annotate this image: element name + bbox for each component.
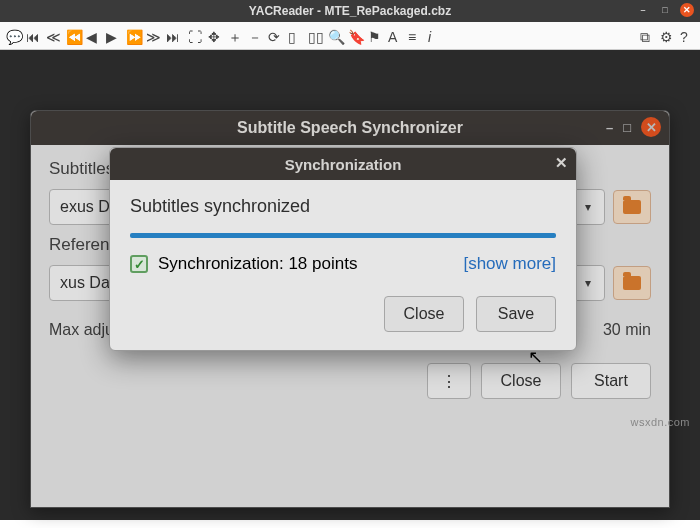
- last-page-icon[interactable]: ⏭: [166, 29, 180, 43]
- sync-message: Subtitles synchronized: [130, 196, 556, 217]
- open-icon[interactable]: ⧉: [640, 29, 654, 43]
- folder-icon: [623, 276, 641, 290]
- success-check-icon: ✓: [130, 255, 148, 273]
- dialog-close-button[interactable]: Close: [384, 296, 464, 332]
- sync-dialog: Synchronization ✕ Subtitles synchronized…: [109, 147, 577, 351]
- play-fwd-icon[interactable]: ▶: [106, 29, 120, 43]
- sss-window: Subtitle Speech Synchronizer – □ ✕ Subti…: [30, 110, 670, 508]
- bookmark-icon[interactable]: 🔖: [348, 29, 362, 43]
- subtitles-browse-button[interactable]: [613, 190, 651, 224]
- show-more-link[interactable]: [show more]: [463, 254, 556, 274]
- more-button[interactable]: ⋮: [427, 363, 471, 399]
- sss-close-icon[interactable]: ✕: [641, 117, 661, 137]
- zoom-out-icon[interactable]: －: [248, 29, 262, 43]
- save-button[interactable]: Save: [476, 296, 556, 332]
- references-browse-button[interactable]: [613, 266, 651, 300]
- sss-title: Subtitle Speech Synchronizer: [237, 119, 463, 137]
- search-icon[interactable]: 🔍: [328, 29, 342, 43]
- help-icon[interactable]: ?: [680, 29, 694, 43]
- sync-titlebar: Synchronization ✕: [110, 148, 576, 180]
- text-icon[interactable]: A: [388, 29, 402, 43]
- sync-close-icon[interactable]: ✕: [555, 154, 568, 172]
- sss-maximize-icon[interactable]: □: [623, 120, 631, 135]
- reader-stage: Subtitle Speech Synchronizer – □ ✕ Subti…: [0, 50, 700, 520]
- move-icon[interactable]: ✥: [208, 29, 222, 43]
- close-icon[interactable]: ✕: [680, 3, 694, 17]
- play-back-icon[interactable]: ◀: [86, 29, 100, 43]
- max-adjust-value: 30 min: [603, 321, 651, 339]
- comment-icon[interactable]: 💬: [6, 29, 20, 43]
- next-set-icon[interactable]: ≫: [146, 29, 160, 43]
- sync-title: Synchronization: [285, 156, 402, 173]
- sss-titlebar: Subtitle Speech Synchronizer – □ ✕: [31, 111, 669, 145]
- progress-bar: [130, 233, 556, 238]
- double-page-icon[interactable]: ▯▯: [308, 29, 322, 43]
- list-icon[interactable]: ≡: [408, 29, 422, 43]
- sss-minimize-icon[interactable]: –: [606, 120, 613, 135]
- sss-close-button[interactable]: Close: [481, 363, 561, 399]
- flag-icon[interactable]: ⚑: [368, 29, 382, 43]
- reload-icon[interactable]: ⟳: [268, 29, 282, 43]
- minimize-icon[interactable]: –: [636, 3, 650, 17]
- maximize-icon[interactable]: □: [658, 3, 672, 17]
- folder-icon: [623, 200, 641, 214]
- sync-result: Synchronization: 18 points: [158, 254, 357, 274]
- fit-icon[interactable]: ⛶: [188, 29, 202, 43]
- gear-icon[interactable]: ⚙: [660, 29, 674, 43]
- start-button[interactable]: Start: [571, 363, 651, 399]
- window-controls: – □ ✕: [636, 3, 694, 17]
- watermark: wsxdn.com: [630, 416, 690, 428]
- zoom-in-icon[interactable]: ＋: [228, 29, 242, 43]
- next-page-icon[interactable]: ⏩: [126, 29, 140, 43]
- app-toolbar: 💬 ⏮ ≪ ⏪ ◀ ▶ ⏩ ≫ ⏭ ⛶ ✥ ＋ － ⟳ ▯ ▯▯ 🔍 🔖 ⚑ A…: [0, 22, 700, 50]
- prev-page-icon[interactable]: ⏪: [66, 29, 80, 43]
- first-page-icon[interactable]: ⏮: [26, 29, 40, 43]
- app-titlebar: YACReader - MTE_RePackaged.cbz – □ ✕: [0, 0, 700, 22]
- info-icon[interactable]: i: [428, 29, 442, 43]
- single-page-icon[interactable]: ▯: [288, 29, 302, 43]
- prev-set-icon[interactable]: ≪: [46, 29, 60, 43]
- app-title: YACReader - MTE_RePackaged.cbz: [249, 4, 451, 18]
